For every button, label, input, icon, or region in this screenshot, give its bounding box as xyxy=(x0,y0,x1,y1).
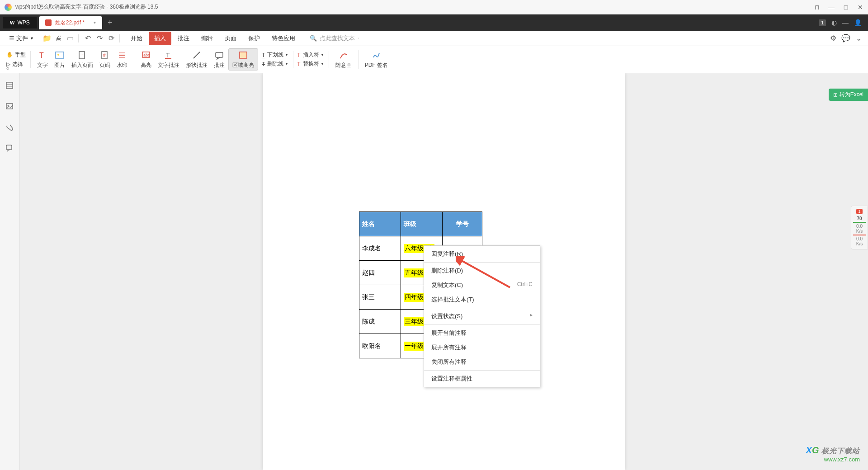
ctx-reply[interactable]: 回复注释(R) xyxy=(424,247,540,261)
ribbon-insert-page[interactable]: + 插入页面 xyxy=(69,50,96,69)
open-icon[interactable]: 📁 xyxy=(43,34,51,42)
page-num-icon: # xyxy=(99,50,110,61)
ribbon-highlight[interactable]: abc 高亮 xyxy=(138,50,154,69)
convert-to-excel-button[interactable]: ⊞ 转为Excel xyxy=(829,89,868,101)
submenu-arrow-icon: ▸ xyxy=(530,312,533,320)
ribbon-char-tools: T插入符▾ T替换符▾ xyxy=(297,51,329,68)
refresh-icon[interactable]: ⟳ xyxy=(108,34,116,42)
ctx-separator xyxy=(424,308,540,308)
svg-rect-1 xyxy=(56,52,64,58)
settings-icon[interactable]: ⚙ xyxy=(829,34,837,42)
more-icon[interactable]: ⌄ xyxy=(854,34,863,42)
ctx-select-text[interactable]: 选择批注文本(T) xyxy=(424,292,540,307)
hand-tool[interactable]: ✋手型 xyxy=(6,51,26,59)
browser-pin-icon[interactable]: ⊓ xyxy=(814,4,820,10)
speed-badge: 1 xyxy=(856,209,862,214)
wps-menubar: ☰文件▼ 📁 🖨 ▭ ↶ ↷ ⟳ 开始 插入 批注 编辑 页面 保护 特色应用 … xyxy=(0,31,868,46)
theme-icon[interactable]: ◐ xyxy=(831,19,837,26)
svg-rect-16 xyxy=(240,52,247,58)
ribbon-annot[interactable]: 批注 xyxy=(211,50,227,69)
ctx-copy[interactable]: 复制文本(C)Ctrl+C xyxy=(424,278,540,292)
highlight-icon: abc xyxy=(141,50,151,61)
tab-insert[interactable]: 插入 xyxy=(149,32,171,45)
tab-edit[interactable]: 编辑 xyxy=(196,32,218,45)
ribbon-page-num[interactable]: # 页码 xyxy=(97,50,113,69)
ctx-properties[interactable]: 设置注释框属性 xyxy=(424,371,540,386)
tab-page[interactable]: 页面 xyxy=(219,32,242,45)
ribbon-freehand[interactable]: 随意画 xyxy=(333,50,359,69)
ribbon-image[interactable]: 图片 xyxy=(52,50,68,69)
attachments-icon[interactable] xyxy=(5,123,14,132)
undo-redo-group: ↶ ↷ ⟳ xyxy=(80,34,120,42)
pdf-sign-icon xyxy=(371,50,382,61)
minimize-app-icon[interactable]: — xyxy=(842,19,849,26)
undo-icon[interactable]: ↶ xyxy=(84,34,92,42)
save-icon[interactable]: 🖨 xyxy=(55,34,63,42)
browser-maximize-icon[interactable]: □ xyxy=(843,4,849,10)
area-highlight-icon xyxy=(238,50,249,61)
tab-close-icon[interactable]: • xyxy=(94,19,96,26)
svg-rect-22 xyxy=(6,145,12,150)
strikethrough-tool[interactable]: T删除线▾ xyxy=(262,60,288,68)
svg-text:abc: abc xyxy=(143,53,150,57)
ctx-expand-current[interactable]: 展开当前注释 xyxy=(424,326,540,340)
redo-icon[interactable]: ↷ xyxy=(96,34,104,42)
chat-icon[interactable]: 💬 xyxy=(842,34,850,42)
ctx-close-all[interactable]: 关闭所有注释 xyxy=(424,355,540,369)
ribbon-watermark[interactable]: 水印 xyxy=(114,50,134,69)
user-icon[interactable]: 👤 xyxy=(854,19,862,26)
replace-char-tool[interactable]: T替换符▾ xyxy=(297,60,323,68)
file-menu[interactable]: ☰文件▼ xyxy=(5,33,38,44)
sidebar-collapse-icon[interactable]: « xyxy=(6,65,9,71)
browser-window-controls: ⊓ — □ ✕ xyxy=(814,4,863,10)
menubar-right-controls: ⚙ 💬 ⌄ xyxy=(829,34,863,42)
ribbon-tabs: 开始 插入 批注 编辑 页面 保护 特色应用 xyxy=(125,32,301,45)
browser-close-icon[interactable]: ✕ xyxy=(857,4,863,10)
table-header-row: 姓名 班级 学号 xyxy=(359,212,482,236)
insert-char-tool[interactable]: T插入符▾ xyxy=(297,51,323,59)
ribbon-text[interactable]: T 文字 xyxy=(34,50,51,69)
search-box[interactable]: 🔍 点此查找文本 ▼ xyxy=(310,34,359,42)
search-icon: 🔍 xyxy=(310,35,317,42)
bookmarks-icon[interactable] xyxy=(5,102,14,111)
ribbon-shape-annot[interactable]: 形状批注 xyxy=(183,50,210,69)
freehand-icon xyxy=(338,50,349,61)
wps-document-tab[interactable]: 姓名22.pdf * • xyxy=(39,16,102,29)
ribbon-line-tools: T̲下划线▾ T删除线▾ xyxy=(262,51,293,68)
network-speed-widget[interactable]: 1 70 0.0 K/s 0.0 K/s xyxy=(851,206,868,249)
browser-minimize-icon[interactable]: — xyxy=(828,4,835,10)
header-class: 班级 xyxy=(401,212,443,236)
annotations-panel-icon[interactable] xyxy=(5,144,14,153)
tab-start[interactable]: 开始 xyxy=(125,32,148,45)
context-menu: 回复注释(R) 删除注释(D) 复制文本(C)Ctrl+C 选择批注文本(T) … xyxy=(424,245,540,387)
svg-text:#: # xyxy=(103,53,106,58)
document-canvas[interactable]: 姓名 班级 学号 李成名 六年级1班 28405563 赵四 五年级3 张三 四… xyxy=(20,73,868,470)
left-sidebar xyxy=(0,73,20,470)
watermark-logo: XG 极光下载站 xyxy=(806,445,860,456)
header-id: 学号 xyxy=(443,212,482,236)
ctx-expand-all[interactable]: 展开所有注释 xyxy=(424,340,540,355)
insert-page-icon: + xyxy=(77,50,88,61)
underline-tool[interactable]: T̲下划线▾ xyxy=(262,51,288,59)
tab-protect[interactable]: 保护 xyxy=(243,32,265,45)
browser-logo-icon xyxy=(5,4,12,11)
browser-titlebar: wps的pdf怎么取消高亮文字-百度经验 - 360极速浏览器 13.5 ⊓ —… xyxy=(0,0,868,14)
search-placeholder: 点此查找文本 xyxy=(320,34,355,42)
wps-ribbon: ✋手型 ▷选择 T 文字 图片 + 插入页面 # 页码 水印 abc 高亮 T … xyxy=(0,46,868,73)
new-tab-button[interactable]: + xyxy=(108,18,113,28)
image-icon xyxy=(54,50,65,61)
thumbnails-icon[interactable] xyxy=(5,81,14,90)
tab-annotation[interactable]: 批注 xyxy=(172,32,195,45)
ribbon-pdf-sign[interactable]: PDF 签名 xyxy=(362,50,391,69)
svg-rect-17 xyxy=(6,82,13,89)
ctx-delete[interactable]: 删除注释(D) xyxy=(424,263,540,278)
wps-tabbar-right: 1 ◐ — 👤 xyxy=(819,19,868,26)
tab-special[interactable]: 特色应用 xyxy=(266,32,301,45)
ribbon-text-annot[interactable]: T 文字批注 xyxy=(155,50,182,69)
wps-home-tab[interactable]: W WPS xyxy=(3,17,37,28)
print-icon[interactable]: ▭ xyxy=(66,34,75,42)
ctx-separator xyxy=(424,324,540,325)
ctx-set-status[interactable]: 设置状态(S)▸ xyxy=(424,309,540,324)
ribbon-area-highlight[interactable]: 区域高亮 xyxy=(228,48,258,70)
notification-badge[interactable]: 1 xyxy=(819,19,826,26)
